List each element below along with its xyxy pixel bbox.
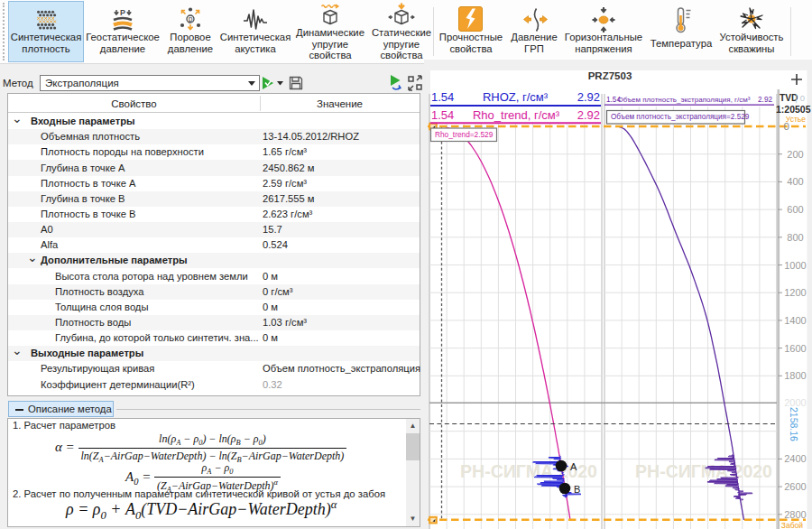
svg-text:PRZ7503: PRZ7503	[588, 70, 632, 81]
svg-text:Rho_trend, г/см³: Rho_trend, г/см³	[473, 108, 560, 122]
svg-text:1800: 1800	[784, 370, 806, 381]
svg-text:2600: 2600	[784, 481, 806, 492]
svg-text:2800: 2800	[784, 509, 806, 520]
svg-text:400: 400	[787, 176, 803, 187]
svg-text:2.92: 2.92	[758, 96, 772, 104]
svg-text:A: A	[570, 461, 577, 472]
svg-text:1600: 1600	[784, 343, 806, 354]
svg-text:Забой: Забой	[781, 521, 803, 529]
svg-text:p: p	[189, 14, 193, 23]
svg-text:❘0: ❘0	[793, 93, 805, 104]
svg-text:РН-СИГМА 2020: РН-СИГМА 2020	[635, 461, 772, 481]
svg-text:1.54: 1.54	[431, 90, 454, 104]
svg-text:P: P	[120, 8, 125, 17]
svg-text:Устье: Устье	[786, 115, 806, 124]
svg-text:600: 600	[787, 204, 803, 215]
svg-text:2400: 2400	[784, 453, 806, 464]
svg-text:Объем плотность_экстраполяция,: Объем плотность_экстраполяция, г/см³	[618, 96, 751, 104]
svg-text:B: B	[574, 484, 580, 495]
svg-text:2.92: 2.92	[577, 108, 600, 122]
svg-text:Объем плотность_экстраполяция=: Объем плотность_экстраполяция=2.529	[611, 113, 750, 121]
svg-text:1:20505: 1:20505	[776, 104, 811, 115]
svg-text:Rho_trend=2.529: Rho_trend=2.529	[435, 130, 494, 139]
svg-text:RHOZ, г/см³: RHOZ, г/см³	[483, 90, 549, 104]
svg-text:2158.16: 2158.16	[789, 407, 799, 441]
svg-text:1.54: 1.54	[431, 108, 454, 122]
svg-text:1200: 1200	[784, 287, 806, 298]
svg-text:1000: 1000	[784, 260, 806, 271]
svg-text:1400: 1400	[784, 315, 806, 326]
svg-text:800: 800	[787, 232, 803, 243]
svg-text:2.92: 2.92	[577, 90, 600, 104]
svg-text:200: 200	[787, 149, 803, 160]
